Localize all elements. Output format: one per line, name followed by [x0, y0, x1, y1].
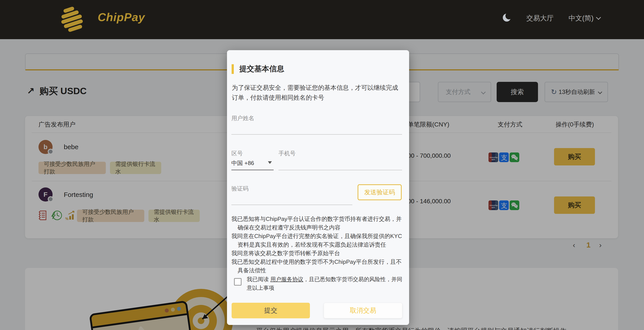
screen: ↗购买 USDC 支付方式 搜索 ↻ 13秒自动刷新 广告发布用户 单笔限额(C… [0, 0, 644, 330]
submit-info-modal: 提交基本信息 为了保证交易安全，需要验证您的基本信息，才可以继续完成订单，付款请… [227, 50, 409, 325]
chevron-down-icon [596, 15, 601, 20]
title-accent-bar [232, 64, 234, 74]
submit-button[interactable]: 提交 [232, 303, 310, 318]
term-item: 我已悉知将与ChipPay平台认证合作的数字货币持有者进行交易，并确保在交易过程… [232, 215, 407, 232]
term-item: 我同意在ChipPay平台进行完整的实名验证，且确保我所提供的KYC资料是真实且… [232, 232, 407, 249]
area-code-select[interactable]: 中国 +86 [232, 154, 274, 170]
brand-name: ChipPay [98, 10, 145, 24]
agreement-text: 我已阅读 用户服务协议，且已悉知数字货币交易的风险性，并同意以上事项 [247, 275, 405, 292]
modal-title: 提交基本信息 [239, 64, 284, 74]
nav-language-select[interactable]: 中文(简) [568, 14, 600, 23]
area-code-value: 中国 +86 [232, 159, 254, 167]
terms-list: 我已悉知将与ChipPay平台认证合作的数字货币持有者进行交易，并确保在交易过程… [232, 215, 407, 275]
verification-code-input[interactable] [232, 191, 352, 205]
dark-mode-toggle[interactable] [503, 13, 512, 22]
cancel-trade-button[interactable]: 取消交易 [324, 303, 402, 318]
modal-description: 为了保证交易安全，需要验证您的基本信息，才可以继续完成订单，付款请使用相同姓名的… [232, 83, 402, 102]
chippay-logo-icon [53, 6, 90, 34]
phone-input[interactable] [278, 154, 402, 170]
term-item: 我已悉知交易过程中使用的数字货币不为ChipPay平台所发行，且不具备法偿性 [232, 258, 407, 275]
user-service-agreement-link[interactable]: 用户服务协议 [270, 276, 303, 282]
name-input[interactable] [232, 121, 402, 135]
send-code-button[interactable]: 发送验证码 [358, 184, 402, 200]
navbar: ChipPay 交易大厅 中文(简) [0, 0, 644, 39]
term-item: 我同意将该交易之数字货币转帐予原始平台 [232, 249, 407, 258]
nav-trading-hall[interactable]: 交易大厅 [526, 14, 554, 23]
select-caret-icon [268, 161, 272, 164]
agreement-checkbox[interactable] [234, 278, 242, 286]
